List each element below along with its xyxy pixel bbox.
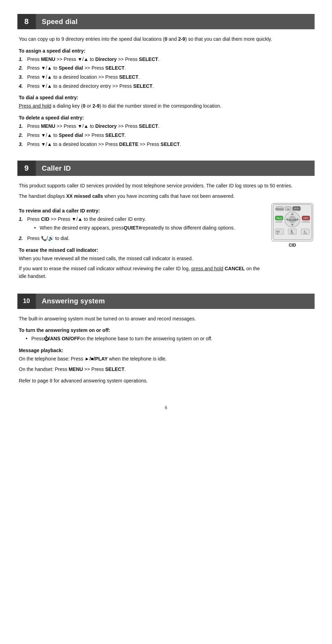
svg-text:OFF: OFF bbox=[303, 217, 308, 219]
step-item: 2. Press ▼/▲ to Speed dial >> Press SELE… bbox=[19, 64, 313, 72]
step-item: 3. Press ▼/▲ to a desired location >> Pr… bbox=[19, 141, 313, 148]
playback-text2: On the handset: Press MENU >> Press SELE… bbox=[19, 366, 313, 373]
section-8-title: Speed dial bbox=[36, 15, 83, 29]
svg-text:TALK: TALK bbox=[276, 217, 282, 219]
svg-text:CANCEL: CANCEL bbox=[301, 221, 310, 223]
playback-text1: On the telephone base: Press ►/■/PLAY wh… bbox=[19, 355, 313, 363]
section-10: 10 Answering system The built-in answeri… bbox=[17, 294, 315, 395]
sub-bullets: When the desired entry appears, press QU… bbox=[27, 224, 266, 232]
svg-text:REDIAL: REDIAL bbox=[275, 208, 284, 210]
delete-steps: 1. Press MENU >> Press ▼/▲ to Directory … bbox=[19, 123, 313, 148]
section-9-body: This product supports caller ID services… bbox=[17, 182, 315, 290]
cid-label: CID bbox=[289, 243, 296, 248]
section-8: 8 Speed dial You can copy up to 9 direct… bbox=[17, 14, 315, 157]
phone-diagram: REDIAL IN MENU SELECT VOLUME bbox=[271, 203, 313, 241]
review-steps: 1. Press CID >> Press ▼/▲ to the desired… bbox=[19, 216, 266, 242]
subsection-assign-title: To assign a speed dial entry: bbox=[19, 48, 313, 54]
turn-on-bullets: Press ⏻/ANS ON/OFF on the telephone base… bbox=[19, 335, 313, 343]
svg-text:SELECT: SELECT bbox=[293, 209, 300, 211]
step-item: 1. Press CID >> Press ▼/▲ to the desired… bbox=[19, 216, 266, 233]
section-10-title: Answering system bbox=[36, 294, 111, 308]
svg-text:IN: IN bbox=[287, 208, 289, 210]
cid-image-col: REDIAL IN MENU SELECT VOLUME bbox=[271, 203, 313, 248]
section-10-body: The built-in answering system must be tu… bbox=[17, 315, 315, 395]
cid-text-col: To review and dial a caller ID entry: 1.… bbox=[19, 203, 266, 283]
step-item: 2. Press 📞/🔊 to dial. bbox=[19, 235, 266, 242]
caller-id-intro2: The handset displays XX missed calls whe… bbox=[19, 193, 313, 200]
svg-text:AB: AB bbox=[276, 232, 279, 234]
section-10-header: 10 Answering system bbox=[17, 294, 315, 309]
step-item: 4. Press ▼/▲ to a desired directory entr… bbox=[19, 83, 313, 90]
page-number: 6 bbox=[165, 405, 167, 410]
section-9: 9 Caller ID This product supports caller… bbox=[17, 161, 315, 290]
erase-text2: If you want to erase the missed call ind… bbox=[19, 265, 266, 280]
caller-id-intro1: This product supports caller ID services… bbox=[19, 182, 313, 190]
section-8-header: 8 Speed dial bbox=[17, 14, 315, 29]
step-item: 2. Press ▼/▲ to Speed dial >> Press SELE… bbox=[19, 132, 313, 139]
phone-diagram-svg: REDIAL IN MENU SELECT VOLUME bbox=[272, 204, 313, 240]
section-9-title: Caller ID bbox=[36, 162, 77, 175]
step-item: 1. Press MENU >> Press ▼/▲ to Directory … bbox=[19, 123, 313, 130]
svg-text:FLASH: FLASH bbox=[276, 221, 282, 223]
subsection-turn-on-title: To turn the answering system on or off: bbox=[19, 327, 313, 333]
section-8-intro: You can copy up to 9 directory entries i… bbox=[19, 36, 313, 43]
page-footer: 6 bbox=[17, 405, 315, 410]
erase-text1: When you have reviewed all the missed ca… bbox=[19, 255, 266, 263]
cid-review-row: To review and dial a caller ID entry: 1.… bbox=[19, 203, 313, 283]
section-8-number: 8 bbox=[17, 14, 36, 29]
section-9-number: 9 bbox=[17, 161, 36, 176]
bullet-item: When the desired entry appears, press QU… bbox=[34, 224, 266, 232]
dial-speed-text: Press and hold a dialing key (0 or 2-9) … bbox=[19, 102, 313, 110]
subsection-playback-title: Message playback: bbox=[19, 348, 313, 353]
answering-intro: The built-in answering system must be tu… bbox=[19, 315, 313, 323]
subsection-erase-title: To erase the missed call indicator: bbox=[19, 247, 266, 253]
svg-text:ABC: ABC bbox=[290, 232, 294, 234]
subsection-dial-title: To dial a speed dial entry: bbox=[19, 95, 313, 100]
assign-steps: 1. Press MENU >> Press ▼/▲ to Directory … bbox=[19, 56, 313, 90]
step-item: 1. Press MENU >> Press ▼/▲ to Directory … bbox=[19, 56, 313, 63]
section-8-body: You can copy up to 9 directory entries i… bbox=[17, 36, 315, 157]
svg-text:VOLUME: VOLUME bbox=[287, 219, 297, 221]
section-9-header: 9 Caller ID bbox=[17, 161, 315, 176]
bullet-item: Press ⏻/ANS ON/OFF on the telephone base… bbox=[26, 335, 313, 343]
step-item: 3. Press ▼/▲ to a desired location >> Pr… bbox=[19, 73, 313, 81]
subsection-delete-title: To delete a speed dial entry: bbox=[19, 115, 313, 121]
section-10-number: 10 bbox=[17, 294, 36, 309]
refer-text: Refer to page 8 for advanced answering s… bbox=[19, 377, 313, 385]
subsection-review-title: To review and dial a caller ID entry: bbox=[19, 208, 266, 214]
svg-text:DEF: DEF bbox=[304, 232, 307, 234]
